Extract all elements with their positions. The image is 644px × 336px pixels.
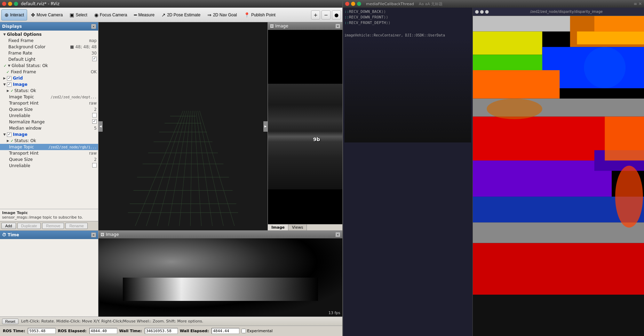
- displays-title: Displays: [2, 24, 22, 29]
- 3d-viewport[interactable]: ◀ ▶: [98, 22, 268, 230]
- time-content: [0, 239, 98, 317]
- bottom-image-panel: 🖼 Image ✕ 13 fps: [98, 231, 342, 317]
- time-row: ROS Time: ROS Elapsed: Wall Time: Wall E…: [0, 326, 342, 336]
- svg-rect-40: [605, 117, 644, 161]
- info-panel: Image Topic sensor_msgs::Image topic to …: [0, 209, 98, 221]
- ext-close-button[interactable]: [345, 2, 349, 6]
- image2-expander[interactable]: ▼: [2, 132, 7, 137]
- frame-rate-row[interactable]: Frame Rate 30: [0, 50, 98, 56]
- wall-time-field[interactable]: [145, 328, 178, 334]
- duplicate-button[interactable]: Duplicate: [17, 223, 41, 229]
- top-image-panel-close[interactable]: ✕: [335, 24, 340, 28]
- image-tab[interactable]: Image: [268, 224, 288, 230]
- image1-normalize-cb[interactable]: [92, 119, 97, 124]
- top-image-black-area: [268, 30, 342, 84]
- displays-footer: Add Duplicate Remove Rename: [0, 221, 98, 230]
- experimental-checkbox[interactable]: [241, 329, 246, 333]
- image2-row[interactable]: ▼ Image: [0, 131, 98, 138]
- circle-button[interactable]: ●: [332, 10, 341, 19]
- close-button[interactable]: [2, 2, 6, 6]
- time-panel-container: ⏱ Time ✕: [0, 231, 98, 317]
- ext-close-icon[interactable]: ✕: [638, 1, 642, 6]
- image1-median-row[interactable]: Median window 5: [0, 125, 98, 131]
- grid-row[interactable]: ▶ Grid: [0, 75, 98, 81]
- ext-min-button[interactable]: [351, 2, 355, 6]
- global-status-expander[interactable]: ▼: [7, 63, 11, 68]
- image1-queue-row[interactable]: Queue Size 2: [0, 106, 98, 113]
- image1-unreliable-cb[interactable]: [92, 113, 97, 117]
- 2d-nav-button[interactable]: ⇒ 2D Nav Goal: [204, 9, 240, 21]
- viewport-arrow-right[interactable]: ▶: [263, 121, 268, 132]
- interact-button[interactable]: ⊕ Interact: [1, 9, 27, 21]
- global-options-expander[interactable]: ▼: [2, 32, 7, 37]
- image1-status-expander[interactable]: ▶: [6, 88, 10, 93]
- min-button[interactable]: [8, 2, 12, 6]
- ros-time-field[interactable]: [28, 328, 56, 334]
- displays-tree[interactable]: ▼ Global Options Fixed Frame map Backgro…: [0, 31, 98, 209]
- global-status-row[interactable]: ✓ ▼ Global Status: Ok: [0, 63, 98, 69]
- bg-color-row[interactable]: Background Color ■ 48; 48; 48: [0, 44, 98, 50]
- image1-normalize-row[interactable]: Normalize Range: [0, 119, 98, 125]
- grid-checkbox[interactable]: [7, 76, 11, 81]
- ext-content: ::RECV_DOWN_BACK)) ::RECV_DOWN_FRONT)) :…: [343, 8, 644, 336]
- wall-elapsed-field[interactable]: [212, 328, 239, 334]
- views-tab[interactable]: Views: [288, 224, 307, 230]
- plus-button[interactable]: +: [311, 10, 320, 19]
- image2-unreliable-cb[interactable]: [92, 163, 97, 167]
- image1-row[interactable]: ▼ Image: [0, 81, 98, 88]
- fixed-frame-status-row[interactable]: ✓ Fixed Frame OK: [0, 69, 98, 75]
- minus-button[interactable]: −: [321, 10, 331, 19]
- window-title: default.rviz* - RViz: [21, 1, 59, 6]
- remove-button[interactable]: Remove: [42, 223, 64, 229]
- image2-status-row[interactable]: ▶ ✓ Status: Ok: [0, 138, 98, 144]
- toolbar: ⊕ Interact ✥ Move Camera ▣ Select ◉ Focu…: [0, 8, 342, 22]
- rename-button[interactable]: Rename: [65, 223, 88, 229]
- experimental-container: Experimental: [241, 329, 272, 333]
- image2-transport-row[interactable]: Transport Hint raw: [0, 150, 98, 156]
- image1-checkbox[interactable]: [7, 82, 11, 87]
- global-options-row[interactable]: ▼ Global Options: [0, 31, 98, 38]
- ros-elapsed-field[interactable]: [89, 328, 117, 334]
- top-image-panel-header: 🖼 Image ✕: [268, 22, 342, 30]
- measure-icon: ━: [134, 12, 137, 18]
- interact-icon: ⊕: [5, 12, 9, 18]
- image1-unreliable-row[interactable]: Unreliable: [0, 113, 98, 119]
- fixed-frame-status-check: ✓: [6, 70, 9, 74]
- displays-header: Displays ✕: [0, 22, 98, 31]
- reset-button[interactable]: Reset: [2, 319, 18, 324]
- image1-status-row[interactable]: ▶ ✓ Status: Ok: [0, 88, 98, 94]
- fixed-frame-row[interactable]: Fixed Frame map: [0, 38, 98, 44]
- select-button[interactable]: ▣ Select: [66, 9, 90, 21]
- image2-queue-row[interactable]: Queue Size 2: [0, 156, 98, 163]
- top-image-panel: 🖼 Image ✕: [268, 22, 342, 230]
- default-light-row[interactable]: Default Light: [0, 56, 98, 63]
- publish-point-button[interactable]: 📍 Publish Point: [241, 9, 279, 21]
- fps-badge: 13 fps: [328, 311, 340, 315]
- focus-camera-button[interactable]: ◉ Focus Camera: [91, 9, 130, 21]
- code-more-lines: imageVehicle::RecvContainer, DJI::OSDK::…: [344, 33, 471, 142]
- time-panel-close[interactable]: ✕: [91, 232, 96, 237]
- max-button[interactable]: [14, 2, 18, 6]
- viewport-arrow-left[interactable]: ◀: [98, 121, 103, 132]
- ext-search-placeholder: Aa aA 无标题: [419, 1, 443, 7]
- image1-topic-row[interactable]: Image Topic /zed2/zed_node/dept...: [0, 94, 98, 100]
- image2-status-expander[interactable]: ▶: [6, 138, 10, 143]
- bottom-image-panel-close[interactable]: ✕: [335, 232, 340, 237]
- 2d-pose-button[interactable]: ↗ 2D Pose Estimate: [158, 9, 204, 21]
- image2-checkbox[interactable]: [7, 132, 11, 137]
- grid-expander[interactable]: ▶: [2, 76, 7, 81]
- bottom-row: ⏱ Time ✕ 🖼 Image ✕: [0, 230, 342, 317]
- ext-menu-icon[interactable]: ≡: [634, 1, 637, 6]
- ext-window-controls: ≡ ✕: [634, 1, 642, 6]
- displays-close-button[interactable]: ✕: [91, 24, 96, 29]
- image2-topic-row-selected[interactable]: Image Topic /zed2/zed_node/rgb/i...: [0, 144, 98, 150]
- image2-unreliable-row[interactable]: Unreliable: [0, 163, 98, 169]
- add-button[interactable]: Add: [1, 223, 16, 229]
- ext-max-button[interactable]: [357, 2, 361, 6]
- move-camera-button[interactable]: ✥ Move Camera: [28, 9, 66, 21]
- image1-expander[interactable]: ▼: [2, 82, 7, 87]
- image1-transport-row[interactable]: Transport Hint raw: [0, 100, 98, 106]
- default-light-checkbox[interactable]: [92, 57, 97, 61]
- move-camera-icon: ✥: [31, 12, 35, 18]
- measure-button[interactable]: ━ Measure: [131, 9, 158, 21]
